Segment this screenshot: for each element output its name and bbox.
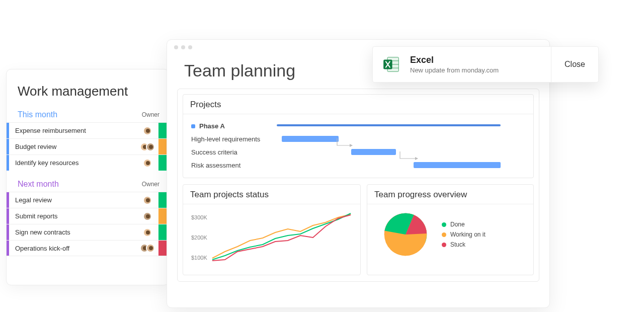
gantt-row[interactable]: Success criteria: [191, 145, 525, 159]
owner-cell[interactable]: [136, 196, 158, 205]
task-row[interactable]: Identify key resources: [7, 154, 169, 171]
owner-cell[interactable]: [136, 212, 158, 221]
task-row[interactable]: Submit reports: [7, 208, 169, 224]
task-label: Expense reimbursement: [9, 127, 136, 134]
projects-title: Projects: [183, 95, 533, 114]
group-name: Next month: [18, 180, 59, 189]
gantt-task-label: Risk assessment: [191, 162, 277, 169]
progress-pie-chart: [381, 210, 430, 259]
legend-dot-icon: [442, 222, 446, 227]
status-chart-title: Team projects status: [183, 185, 360, 204]
work-management-panel: Work management This month Owner Expense…: [6, 69, 169, 285]
legend-dot-icon: [442, 243, 446, 247]
group-header-this-month[interactable]: This month Owner: [7, 108, 169, 122]
ytick: $100K: [191, 255, 207, 261]
phase-label: Phase A: [199, 122, 225, 130]
task-row[interactable]: Operations kick-off: [7, 240, 169, 256]
gantt-task-label: High-level requirements: [191, 135, 277, 143]
legend-item: Stuck: [442, 241, 486, 248]
owner-cell[interactable]: [136, 126, 158, 135]
gantt-row[interactable]: Risk assessment: [191, 159, 525, 172]
legend-item: Done: [442, 221, 486, 228]
task-label: Budget review: [9, 143, 136, 150]
task-row[interactable]: Expense reimbursement: [7, 122, 169, 138]
avatar-icon: [146, 244, 155, 253]
progress-widget: Team progress overview: [367, 184, 534, 275]
task-label: Legal review: [9, 196, 136, 204]
gantt-bar[interactable]: [351, 149, 396, 155]
phase-row[interactable]: Phase A: [191, 119, 525, 132]
avatar-icon: [143, 159, 152, 168]
gantt-row[interactable]: High-level requirements: [191, 132, 525, 145]
task-row[interactable]: Budget review: [7, 138, 169, 154]
status-line-chart: $300K $200K $100K: [191, 210, 352, 266]
task-label: Submit reports: [9, 212, 136, 220]
toast-message: New update from monday.com: [410, 66, 551, 74]
work-management-title: Work management: [7, 69, 169, 108]
owner-cell[interactable]: [136, 159, 158, 168]
toast-title: Excel: [410, 55, 551, 65]
gantt-task-label: Success criteria: [191, 148, 277, 156]
ytick: $300K: [191, 214, 207, 220]
gantt-bar[interactable]: [414, 162, 501, 168]
ytick: $200K: [191, 235, 207, 241]
pie-legend: Done Working on it Stuck: [442, 218, 486, 251]
notification-toast: Excel New update from monday.com Close: [372, 46, 599, 83]
legend-dot-icon: [442, 232, 446, 237]
group-header-next-month[interactable]: Next month Owner: [7, 178, 169, 192]
avatar-icon: [143, 126, 152, 135]
owner-cell[interactable]: [136, 142, 158, 151]
group-name: This month: [18, 110, 57, 119]
gantt-bar[interactable]: [282, 136, 339, 142]
excel-icon: [373, 55, 410, 74]
task-row[interactable]: Legal review: [7, 192, 169, 208]
task-row[interactable]: Sign new contracts: [7, 224, 169, 240]
avatar-icon: [146, 142, 155, 151]
task-label: Sign new contracts: [9, 228, 136, 236]
legend-item: Working on it: [442, 231, 486, 238]
bullet-icon: [191, 124, 195, 128]
owner-cell[interactable]: [136, 244, 158, 253]
task-label: Operations kick-off: [9, 245, 136, 252]
dashboard-body: Projects Phase A High-level requirements…: [177, 89, 539, 282]
status-chart-widget: Team projects status $300K $200K $100K: [183, 184, 361, 275]
window-controls[interactable]: [174, 45, 192, 49]
projects-widget: Projects Phase A High-level requirements…: [183, 94, 534, 178]
progress-title: Team progress overview: [367, 185, 533, 204]
avatar-icon: [143, 196, 152, 205]
avatar-icon: [143, 212, 152, 221]
task-label: Identify key resources: [9, 159, 136, 167]
avatar-icon: [143, 228, 152, 237]
close-button[interactable]: Close: [551, 47, 598, 82]
owner-cell[interactable]: [136, 228, 158, 237]
owner-header: Owner: [142, 181, 159, 188]
owner-header: Owner: [142, 111, 159, 118]
